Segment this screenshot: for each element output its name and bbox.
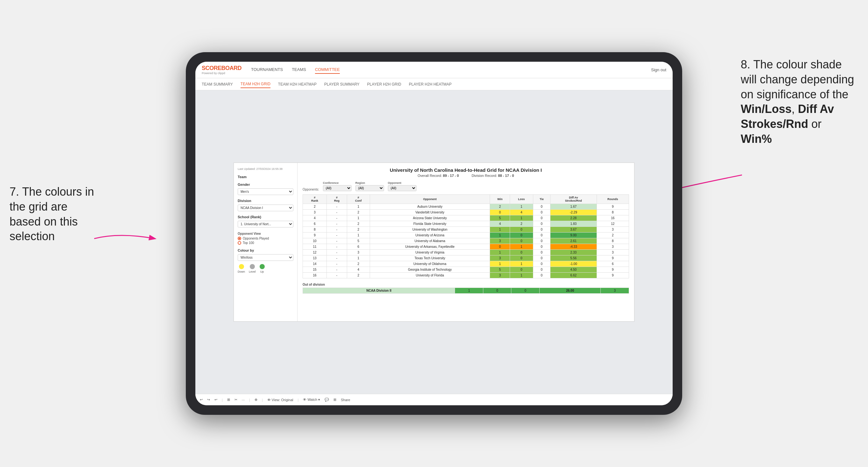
conference-select[interactable]: (All) — [323, 185, 351, 191]
division-select[interactable]: NCAA Division I — [238, 205, 293, 211]
school-label: School (Rank) — [238, 215, 293, 219]
table-row: 13-1Texas Tech University3005.569 — [303, 255, 629, 261]
cut-btn[interactable]: ✂ — [235, 398, 237, 402]
table-cell: 1.83 — [551, 221, 597, 227]
share-btn[interactable]: Share — [341, 398, 350, 402]
table-cell: 0 — [510, 238, 533, 244]
more-btn[interactable]: ··· — [242, 398, 245, 402]
table-cell: Vanderbilt University — [370, 210, 490, 215]
table-cell: 9 — [303, 232, 327, 238]
table-cell: 15 — [303, 267, 327, 273]
table-row: 4-1Arizona State University5102.2816 — [303, 215, 629, 221]
radio-opponents-played[interactable]: Opponents Played — [238, 237, 293, 240]
overall-record: Overall Record: 89 - 17 - 0 — [418, 174, 459, 178]
arrow-right-icon — [678, 172, 742, 197]
table-cell: 6 — [303, 221, 327, 227]
table-cell: -1.00 — [551, 261, 597, 267]
radio-top100[interactable]: Top 100 — [238, 241, 293, 245]
clock-btn[interactable]: ⊕ — [254, 398, 257, 402]
comment-btn[interactable]: 💬 — [324, 398, 329, 402]
colour-by-select[interactable]: Win/loss — [238, 254, 293, 261]
table-cell: 10 — [303, 238, 327, 244]
back-btn[interactable]: ↩ — [214, 398, 217, 402]
table-cell: - — [327, 227, 347, 232]
table-cell: -2.29 — [551, 210, 597, 215]
nav-committee[interactable]: COMMITTEE — [315, 66, 340, 74]
table-cell: 2 — [347, 221, 370, 227]
sub-nav-player-h2h-heatmap[interactable]: PLAYER H2H HEATMAP — [409, 81, 452, 88]
table-cell: 3 — [597, 250, 629, 255]
colour-legend: Down Level Up — [238, 264, 293, 273]
out-div-win: 1 — [455, 288, 483, 293]
table-cell: Arizona State University — [370, 215, 490, 221]
sub-nav: TEAM SUMMARY TEAM H2H GRID TEAM H2H HEAT… — [195, 78, 673, 90]
division-label: Division — [238, 199, 293, 203]
legend-dot-level — [250, 264, 255, 269]
radio-label-opponents: Opponents Played — [243, 237, 269, 240]
sub-nav-team-summary[interactable]: TEAM SUMMARY — [202, 81, 233, 88]
radio-dot-top100 — [238, 241, 241, 245]
sign-out-link[interactable]: Sign out — [651, 67, 666, 72]
table-cell: Florida State University — [370, 221, 490, 227]
table-cell: 3 — [490, 238, 510, 244]
legend-dot-up — [260, 264, 265, 269]
collab-btn[interactable]: ⊞ — [334, 398, 336, 402]
table-cell: 6 — [597, 261, 629, 267]
table-cell: 0 — [533, 244, 550, 250]
region-select[interactable]: (All) — [355, 185, 384, 191]
sub-nav-player-summary[interactable]: PLAYER SUMMARY — [324, 81, 360, 88]
view-original-btn[interactable]: 👁 View: Original — [267, 398, 293, 402]
table-cell: - — [327, 210, 347, 215]
conference-filter: Conference (All) — [323, 181, 351, 191]
table-cell: 3 — [597, 244, 629, 250]
out-div-division: NCAA Division II — [303, 288, 455, 293]
table-cell: - — [327, 221, 347, 227]
radio-label-top100: Top 100 — [243, 241, 254, 245]
nav-tournaments[interactable]: TOURNAMENTS — [251, 66, 283, 74]
sub-nav-team-h2h-heatmap[interactable]: TEAM H2H HEATMAP — [278, 81, 317, 88]
table-cell: 11 — [303, 244, 327, 250]
sub-nav-player-h2h-grid[interactable]: PLAYER H2H GRID — [367, 81, 401, 88]
table-cell: 0 — [533, 273, 550, 278]
table-cell: 1 — [347, 232, 370, 238]
table-cell: 12 — [303, 250, 327, 255]
grid-btn[interactable]: ⊞ — [227, 398, 230, 402]
annotation-left: 7. The colours in the grid are based on … — [9, 185, 99, 244]
gender-select[interactable]: Men's — [238, 188, 293, 195]
table-cell: - — [327, 250, 347, 255]
table-cell: 1 — [490, 232, 510, 238]
main-nav: TOURNAMENTS TEAMS COMMITTEE — [251, 66, 340, 74]
undo-btn[interactable]: ↩ — [200, 398, 203, 402]
out-div-tie: 0 — [511, 288, 540, 293]
table-cell: 0 — [533, 215, 550, 221]
col-reg: #Reg — [327, 195, 347, 204]
bottom-toolbar: ↩ ↪ ↩ | ⊞ ✂ ··· | ⊕ | 👁 View: Original |… — [195, 394, 673, 405]
col-loss: Loss — [510, 195, 533, 204]
table-cell: 2 — [510, 221, 533, 227]
table-cell: Texas Tech University — [370, 255, 490, 261]
opponent-select[interactable]: (All) — [388, 185, 416, 191]
table-cell: University of Florida — [370, 273, 490, 278]
table-cell: 8 — [303, 227, 327, 232]
tablet-device: SCOREBOARD Powered by clippd TOURNAMENTS… — [186, 52, 682, 415]
table-row: 3-2Vanderbilt University040-2.298 — [303, 210, 629, 215]
school-select[interactable]: 1. University of Nort... — [238, 221, 293, 227]
watch-btn[interactable]: 👁 Watch ▾ — [303, 398, 320, 402]
table-cell: 14 — [303, 261, 327, 267]
table-row: 9-1University of Arizona1009.002 — [303, 232, 629, 238]
gender-label: Gender — [238, 183, 293, 186]
table-cell: 4 — [510, 210, 533, 215]
table-cell: 0 — [490, 244, 510, 250]
col-rank: #Rank — [303, 195, 327, 204]
nav-teams[interactable]: TEAMS — [292, 66, 306, 74]
division-record: Division Record: 88 - 17 - 0 — [471, 174, 514, 178]
table-cell: 1 — [490, 227, 510, 232]
table-row: 15-4Georgia Institute of Technology5004.… — [303, 267, 629, 273]
table-cell: 8 — [597, 210, 629, 215]
col-tie: Tie — [533, 195, 550, 204]
sub-nav-team-h2h-grid[interactable]: TEAM H2H GRID — [241, 81, 271, 88]
col-diff: Diff AvStrokes/Rnd — [551, 195, 597, 204]
radio-dot-opponents — [238, 237, 241, 240]
redo-btn[interactable]: ↪ — [207, 398, 210, 402]
table-cell: University of Arizona — [370, 232, 490, 238]
